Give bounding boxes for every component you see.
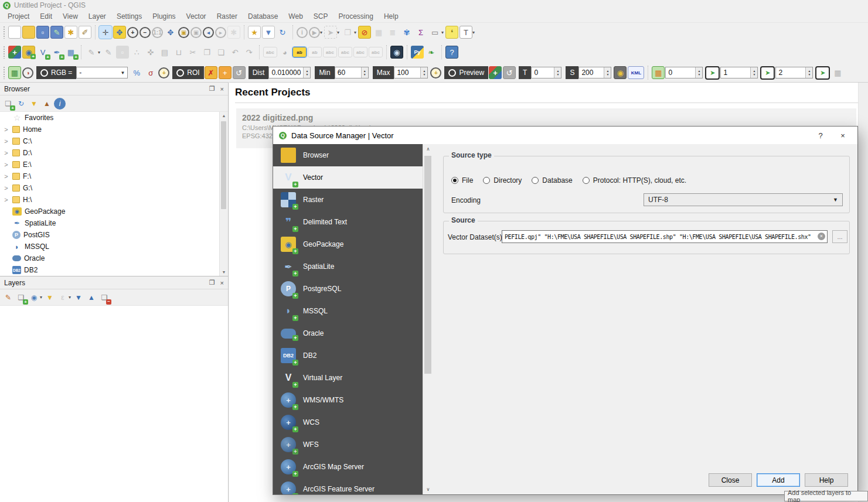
- dropdown-caret-icon[interactable]: ▾: [69, 295, 71, 300]
- new-geopackage-layer-icon[interactable]: ◉: [22, 46, 35, 59]
- browser-tree-item[interactable]: P PostGIS: [0, 229, 228, 241]
- scroll-down-icon[interactable]: ▼: [220, 270, 228, 274]
- browser-close-icon[interactable]: ×: [220, 86, 224, 93]
- open-project-icon[interactable]: [22, 26, 35, 39]
- dialog-sidebar-item[interactable]: + WMS/WMTS: [273, 389, 423, 411]
- browser-tree-item[interactable]: DB2 DB2: [0, 264, 228, 276]
- layers-open-styling-icon[interactable]: ✎: [2, 292, 14, 303]
- statistical-summary-icon[interactable]: Σ: [414, 26, 427, 39]
- dropdown-caret-icon[interactable]: ▾: [40, 295, 42, 300]
- layers-float-icon[interactable]: ❐: [209, 279, 215, 286]
- browser-tree-item[interactable]: > C:\: [0, 135, 228, 147]
- spin-arrows-icon[interactable]: ▲▼: [695, 67, 702, 78]
- radio-icon[interactable]: [451, 177, 458, 184]
- new-print-layout-icon[interactable]: ✱: [64, 26, 77, 39]
- browser-tree-item[interactable]: > F:\: [0, 170, 228, 182]
- browse-button[interactable]: ...: [832, 230, 847, 243]
- dialog-sidebar-item[interactable]: + WCS: [273, 411, 423, 433]
- help-button[interactable]: Help: [805, 473, 848, 487]
- new-virtual-layer-icon[interactable]: ▦: [64, 46, 77, 59]
- source-type-option[interactable]: Directory: [483, 176, 522, 185]
- scp-bandset-icon[interactable]: ▦: [8, 66, 21, 79]
- scp-roi-add-icon[interactable]: +: [219, 66, 232, 79]
- expander-icon[interactable]: >: [3, 196, 9, 203]
- processing-toolbox-icon[interactable]: ✾: [400, 26, 413, 39]
- scp-min-value[interactable]: 60▲▼: [335, 67, 369, 78]
- refresh-map-icon[interactable]: ↻: [276, 26, 289, 39]
- scroll-up-icon[interactable]: ∧: [423, 146, 433, 152]
- dropdown-caret-icon[interactable]: ▾: [441, 30, 444, 35]
- show-spatial-bookmarks-icon[interactable]: ▼: [262, 26, 275, 39]
- help-contents-icon[interactable]: ?: [445, 46, 458, 59]
- scp-std-stretch-icon[interactable]: σ: [144, 66, 157, 79]
- dropdown-caret-icon[interactable]: ▾: [472, 30, 475, 35]
- browser-filter-icon[interactable]: ▼: [28, 98, 40, 110]
- zoom-to-layer-icon[interactable]: ▣: [178, 27, 189, 38]
- source-type-option[interactable]: Protocol: HTTP(S), cloud, etc.: [583, 176, 686, 185]
- spin-arrows-icon[interactable]: ▲▼: [554, 67, 561, 78]
- dropdown-caret-icon[interactable]: ▾: [337, 30, 339, 35]
- spin-arrows-icon[interactable]: ▲▼: [361, 67, 368, 78]
- menu-item[interactable]: Project: [2, 11, 35, 22]
- save-project-as-icon[interactable]: ✎: [50, 26, 63, 39]
- scroll-up-icon[interactable]: ▲: [220, 114, 228, 118]
- browser-properties-icon[interactable]: i: [54, 98, 66, 110]
- new-shapefile-layer-icon[interactable]: V: [36, 46, 49, 59]
- new-spatial-bookmark-icon[interactable]: ★: [248, 26, 261, 39]
- scp-s-value[interactable]: 200▲▼: [578, 67, 611, 78]
- expander-icon[interactable]: >: [3, 138, 9, 145]
- menu-item[interactable]: Edit: [35, 11, 57, 22]
- browser-tree-item[interactable]: ◉ GeoPackage: [0, 206, 228, 217]
- dialog-help-icon[interactable]: ?: [812, 131, 829, 140]
- spin-arrows-icon[interactable]: ▲▼: [303, 67, 310, 78]
- expander-icon[interactable]: >: [3, 173, 9, 180]
- dialog-close-icon[interactable]: ×: [834, 131, 852, 140]
- new-spatialite-layer-icon[interactable]: ✒: [50, 46, 63, 59]
- browser-tree-item[interactable]: ◗ MSSQL: [0, 241, 228, 252]
- radio-icon[interactable]: [583, 177, 590, 184]
- menu-item[interactable]: Web: [283, 11, 308, 22]
- menu-item[interactable]: Layer: [83, 11, 111, 22]
- dialog-sidebar-item[interactable]: + ArcGIS Feature Server: [273, 478, 423, 494]
- menu-item[interactable]: Settings: [111, 11, 147, 22]
- dialog-sidebar-item[interactable]: + ArcGIS Map Server: [273, 456, 423, 478]
- text-annotation-icon[interactable]: T: [459, 26, 472, 39]
- toolbar-handle[interactable]: [3, 46, 6, 59]
- scp-preview-zoom-icon[interactable]: +: [430, 67, 441, 78]
- menu-item[interactable]: Vector: [181, 11, 212, 22]
- dialog-sidebar-item[interactable]: Raster: [273, 189, 423, 211]
- band-1-value[interactable]: 0▲▼: [665, 67, 703, 78]
- dialog-sidebar-item[interactable]: V Vector: [273, 166, 423, 189]
- spin-arrows-icon[interactable]: ▲▼: [420, 67, 427, 78]
- zoom-in-icon[interactable]: +: [127, 27, 138, 38]
- serval-raster-grid-icon[interactable]: ▦: [652, 66, 665, 79]
- encoding-select[interactable]: UTF-8 ▼: [644, 193, 843, 206]
- browser-float-icon[interactable]: ❐: [209, 85, 215, 93]
- open-data-source-manager-icon[interactable]: +: [8, 46, 21, 59]
- show-layout-manager-icon[interactable]: ✐: [79, 26, 91, 39]
- scroll-thumb[interactable]: [424, 156, 431, 374]
- scp-dist-value[interactable]: 0.010000▲▼: [268, 67, 311, 78]
- measure-line-icon[interactable]: ▭: [428, 26, 441, 39]
- pan-to-selection-icon[interactable]: ✥: [113, 26, 126, 39]
- band-2-apply-icon[interactable]: ➤: [760, 66, 775, 80]
- save-project-icon[interactable]: ▫: [36, 26, 49, 39]
- source-type-option[interactable]: Database: [532, 176, 572, 185]
- add-button[interactable]: Add: [757, 473, 800, 487]
- expander-icon[interactable]: >: [3, 126, 9, 133]
- spin-arrows-icon[interactable]: ▲▼: [805, 67, 812, 78]
- layers-filter-legend-icon[interactable]: ▼: [44, 292, 56, 303]
- layer-labeling-icon[interactable]: ab: [292, 47, 307, 57]
- scp-roi-pointer-icon[interactable]: ✗: [205, 66, 217, 79]
- radio-icon[interactable]: [532, 177, 539, 184]
- menu-item[interactable]: View: [57, 11, 83, 22]
- dropdown-caret-icon[interactable]: ▾: [320, 30, 322, 35]
- scp-zoom-activate-icon[interactable]: +: [158, 67, 169, 78]
- scroll-thumb[interactable]: [221, 121, 226, 209]
- menu-item[interactable]: Plugins: [147, 11, 181, 22]
- expander-icon[interactable]: >: [3, 161, 9, 168]
- layers-remove-icon[interactable]: ❏: [98, 292, 110, 303]
- dialog-sidebar-item[interactable]: V Virtual Layer: [273, 367, 423, 389]
- expander-icon[interactable]: >: [3, 185, 9, 192]
- dialog-sidebar-item[interactable]: DB2 DB2: [273, 344, 423, 367]
